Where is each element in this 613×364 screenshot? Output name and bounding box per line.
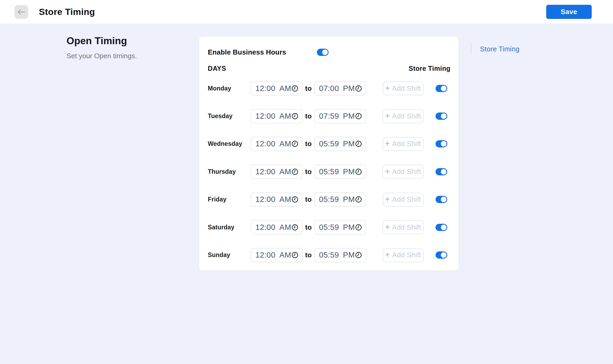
clock-icon[interactable] [291,168,299,175]
end-time-input[interactable]: 05:59PM [314,192,366,207]
clock-icon[interactable] [355,251,362,259]
day-label: Thursday [208,168,251,175]
day-toggle[interactable] [436,168,447,175]
top-bar: Store Timing Save [0,0,613,24]
add-shift-button[interactable]: + Add Shift [383,109,424,123]
start-time-value: 12:00AM [255,112,291,121]
end-time-value: 05:59PM [319,251,355,259]
store-timing-link[interactable]: Store Timing [480,45,519,53]
start-time-value: 12:00AM [255,195,291,204]
column-header-days: DAYS [208,65,226,72]
clock-icon[interactable] [291,224,299,231]
add-shift-label: Add Shift [392,112,421,120]
day-toggle[interactable] [436,85,447,92]
start-time-value: 12:00AM [255,84,291,93]
plus-icon: + [385,140,390,147]
back-button[interactable] [14,5,28,19]
toggle-knob [441,86,446,91]
day-label: Tuesday [208,113,251,120]
day-row: Thursday 12:00AM to 05:59PM [208,158,450,185]
enable-business-hours-label: Enable Business Hours [208,48,286,56]
start-time-input[interactable]: 12:00AM [251,109,303,123]
toggle-knob [441,113,446,119]
start-time-value: 12:00AM [255,139,291,148]
start-time-value: 12:00AM [255,167,291,176]
day-row: Wednesday 12:00AM to 05:59PM [208,130,450,158]
add-shift-label: Add Shift [392,168,421,176]
to-label: to [303,140,314,148]
save-button[interactable]: Save [546,5,592,19]
clock-icon[interactable] [355,85,362,92]
section-subtitle: Set your Open timings. [67,52,184,60]
to-label: to [303,223,314,231]
start-time-input[interactable]: 12:00AM [251,248,303,262]
toggle-knob [441,252,446,258]
plus-icon: + [385,84,390,92]
day-label: Wednesday [208,140,251,147]
end-time-value: 05:59PM [319,195,355,204]
day-toggle[interactable] [436,224,447,231]
clock-icon[interactable] [291,85,299,92]
day-toggle[interactable] [436,140,447,147]
add-shift-button[interactable]: + Add Shift [383,165,424,179]
start-time-input[interactable]: 12:00AM [251,164,303,179]
toggle-knob [441,141,446,147]
day-row: Saturday 12:00AM to 05:59PM [208,213,450,241]
add-shift-button[interactable]: + Add Shift [383,81,424,95]
end-time-value: 05:59PM [319,223,355,232]
to-label: to [303,251,314,259]
clock-icon[interactable] [355,196,362,203]
start-time-input[interactable]: 12:00AM [251,81,303,96]
to-label: to [303,84,314,93]
end-time-input[interactable]: 05:59PM [314,137,366,151]
add-shift-button[interactable]: + Add Shift [383,248,424,262]
day-row: Tuesday 12:00AM to 07:59PM [208,102,450,130]
clock-icon[interactable] [291,196,299,203]
start-time-input[interactable]: 12:00AM [251,137,303,151]
start-time-input[interactable]: 12:00AM [251,220,303,234]
clock-icon[interactable] [355,168,362,175]
add-shift-label: Add Shift [392,223,421,231]
add-shift-label: Add Shift [392,251,421,259]
add-shift-button[interactable]: + Add Shift [383,137,424,151]
day-toggle[interactable] [436,113,447,120]
toggle-knob [441,225,446,230]
add-shift-label: Add Shift [392,140,421,148]
end-time-input[interactable]: 05:59PM [314,164,366,179]
enable-business-hours-row: Enable Business Hours [208,46,450,58]
start-time-input[interactable]: 12:00AM [251,192,303,207]
end-time-input[interactable]: 05:59PM [314,248,366,262]
start-time-value: 12:00AM [255,251,291,259]
to-label: to [303,112,314,120]
to-label: to [303,168,314,176]
plus-icon: + [385,168,390,175]
clock-icon[interactable] [355,224,362,231]
clock-icon[interactable] [291,113,299,120]
add-shift-button[interactable]: + Add Shift [383,220,424,234]
day-label: Saturday [208,224,251,231]
plus-icon: + [385,251,390,259]
add-shift-label: Add Shift [392,84,421,93]
day-label: Monday [208,85,251,92]
nav-divider [471,43,471,55]
store-timing-card: Enable Business Hours DAYS Store Timing … [199,36,459,271]
end-time-value: 05:59PM [319,167,355,176]
plus-icon: + [385,112,390,120]
add-shift-label: Add Shift [392,195,421,204]
enable-business-hours-toggle[interactable] [317,49,329,56]
arrow-left-icon [17,9,25,15]
end-time-input[interactable]: 05:59PM [314,220,366,234]
day-toggle[interactable] [436,251,447,259]
end-time-input[interactable]: 07:59PM [314,109,366,123]
day-toggle[interactable] [436,196,447,203]
day-label: Friday [208,196,251,203]
clock-icon[interactable] [355,113,362,120]
add-shift-button[interactable]: + Add Shift [383,193,424,206]
column-header-store-timing: Store Timing [409,65,450,72]
clock-icon[interactable] [291,251,299,259]
day-row: Monday 12:00AM to 07:00PM [208,75,450,102]
end-time-input[interactable]: 07:00PM [314,81,366,96]
clock-icon[interactable] [291,140,299,147]
clock-icon[interactable] [355,140,362,147]
plus-icon: + [385,223,390,231]
